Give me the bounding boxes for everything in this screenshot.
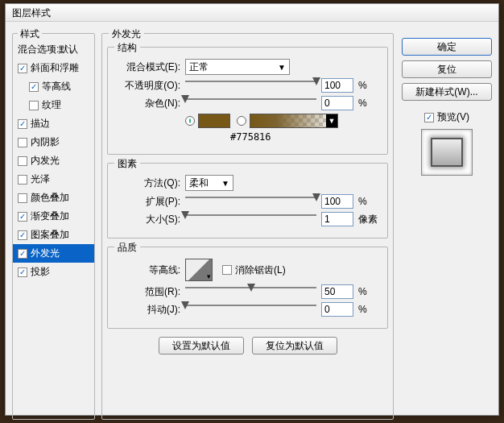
- titlebar: 图层样式: [6, 4, 498, 22]
- chevron-down-icon: ▼: [221, 179, 229, 188]
- style-label: 图案叠加: [31, 228, 69, 242]
- style-item[interactable]: 内发光: [13, 151, 94, 170]
- style-item[interactable]: 等高线: [13, 77, 94, 96]
- ok-button[interactable]: 确定: [402, 38, 492, 56]
- style-checkbox[interactable]: [18, 64, 27, 73]
- spread-slider[interactable]: [185, 195, 316, 208]
- size-slider[interactable]: [185, 213, 316, 226]
- gradient-radio[interactable]: [237, 116, 246, 126]
- range-unit: %: [358, 286, 379, 297]
- style-checkbox[interactable]: [18, 193, 27, 203]
- effect-panel: 外发光 结构 混合模式(E): 正常 ▼ 不透明度(O):: [101, 33, 394, 420]
- jitter-label: 抖动(J):: [116, 303, 180, 317]
- structure-group: 结构 混合模式(E): 正常 ▼ 不透明度(O): 100: [107, 47, 388, 155]
- contour-picker[interactable]: ▾: [185, 259, 213, 281]
- elements-group: 图素 方法(Q): 柔和 ▼ 扩展(P): 100: [107, 163, 388, 238]
- style-item[interactable]: 投影: [13, 263, 94, 281]
- color-swatch[interactable]: [198, 114, 230, 128]
- style-label: 内发光: [31, 154, 60, 168]
- method-label: 方法(Q):: [116, 176, 180, 190]
- color-radio[interactable]: [185, 116, 195, 126]
- style-item[interactable]: 图案叠加: [13, 226, 94, 244]
- spread-label: 扩展(P):: [116, 195, 180, 209]
- contour-label: 等高线:: [116, 263, 180, 277]
- style-item[interactable]: 描边: [13, 114, 94, 133]
- style-checkbox[interactable]: [18, 212, 27, 222]
- effect-title: 外发光: [109, 27, 144, 41]
- style-label: 纹理: [42, 98, 61, 112]
- chevron-down-icon: ▾: [206, 272, 212, 280]
- style-item[interactable]: 斜面和浮雕: [13, 59, 94, 77]
- quality-group: 品质 等高线: ▾ 消除锯齿(L) 范围(R): 50: [107, 247, 388, 329]
- window-title: 图层样式: [12, 7, 51, 19]
- style-checkbox[interactable]: [18, 249, 27, 259]
- style-item[interactable]: 纹理: [13, 96, 94, 114]
- jitter-input[interactable]: 0: [321, 302, 353, 317]
- quality-title: 品质: [114, 241, 140, 255]
- style-label: 光泽: [31, 172, 50, 186]
- size-input[interactable]: 1: [321, 212, 353, 226]
- opacity-label: 不透明度(O):: [116, 79, 180, 93]
- jitter-unit: %: [358, 304, 379, 315]
- preview-thumbnail: [421, 129, 473, 176]
- new-style-button[interactable]: 新建样式(W)...: [402, 83, 492, 101]
- layer-style-dialog: 图层样式 样式 混合选项:默认斜面和浮雕等高线纹理描边内阴影内发光光泽颜色叠加渐…: [5, 3, 499, 416]
- elements-title: 图素: [114, 157, 140, 171]
- style-label: 颜色叠加: [31, 191, 69, 205]
- style-item[interactable]: 外发光: [13, 244, 94, 263]
- cancel-button[interactable]: 复位: [402, 60, 492, 78]
- styles-panel: 样式 混合选项:默认斜面和浮雕等高线纹理描边内阴影内发光光泽颜色叠加渐变叠加图案…: [12, 33, 95, 420]
- range-slider[interactable]: [185, 285, 316, 298]
- opacity-input[interactable]: 100: [321, 78, 353, 93]
- opacity-slider[interactable]: [185, 79, 316, 92]
- noise-slider[interactable]: [185, 97, 316, 110]
- style-checkbox[interactable]: [29, 101, 39, 110]
- style-item[interactable]: 光泽: [13, 170, 94, 189]
- style-label: 外发光: [31, 247, 60, 260]
- jitter-slider[interactable]: [185, 303, 316, 316]
- style-checkbox[interactable]: [18, 119, 27, 129]
- size-unit: 像素: [358, 213, 379, 226]
- chevron-down-icon: ▼: [278, 63, 286, 72]
- style-item[interactable]: 渐变叠加: [13, 207, 94, 226]
- spread-input[interactable]: 100: [321, 194, 353, 209]
- preview-label: 预览(V): [437, 110, 469, 124]
- blend-mode-label: 混合模式(E):: [116, 60, 180, 74]
- blend-mode-select[interactable]: 正常 ▼: [185, 59, 290, 75]
- structure-title: 结构: [114, 41, 140, 55]
- style-checkbox[interactable]: [29, 82, 39, 92]
- range-label: 范围(R):: [116, 285, 180, 299]
- style-label: 渐变叠加: [31, 209, 69, 223]
- blending-options-item[interactable]: 混合选项:默认: [13, 40, 94, 59]
- styles-header: 样式: [18, 27, 42, 41]
- noise-input[interactable]: 0: [321, 96, 353, 110]
- size-label: 大小(S):: [116, 213, 180, 226]
- style-checkbox[interactable]: [18, 138, 27, 147]
- style-label: 投影: [31, 265, 50, 279]
- range-input[interactable]: 50: [321, 284, 353, 299]
- style-checkbox[interactable]: [18, 267, 27, 277]
- noise-unit: %: [358, 97, 379, 109]
- style-checkbox[interactable]: [18, 175, 27, 185]
- method-select[interactable]: 柔和 ▼: [185, 175, 233, 191]
- reset-default-button[interactable]: 复位为默认值: [252, 337, 337, 355]
- chevron-down-icon: ▼: [326, 114, 337, 127]
- noise-label: 杂色(N):: [116, 97, 180, 110]
- style-label: 内阴影: [31, 135, 60, 149]
- style-checkbox[interactable]: [18, 156, 27, 166]
- set-default-button[interactable]: 设置为默认值: [159, 337, 244, 355]
- color-hex-label: #775816: [230, 131, 271, 143]
- opacity-unit: %: [358, 80, 379, 91]
- antialias-label: 消除锯齿(L): [235, 263, 286, 277]
- style-item[interactable]: 颜色叠加: [13, 189, 94, 207]
- style-item[interactable]: 内阴影: [13, 133, 94, 151]
- style-label: 斜面和浮雕: [31, 61, 79, 75]
- preview-checkbox[interactable]: [424, 113, 434, 122]
- spread-unit: %: [358, 196, 379, 207]
- style-checkbox[interactable]: [18, 230, 27, 240]
- gradient-picker[interactable]: ▼: [250, 114, 338, 128]
- style-label: 描边: [31, 117, 50, 131]
- style-label: 等高线: [42, 80, 71, 93]
- antialias-checkbox[interactable]: [222, 265, 232, 275]
